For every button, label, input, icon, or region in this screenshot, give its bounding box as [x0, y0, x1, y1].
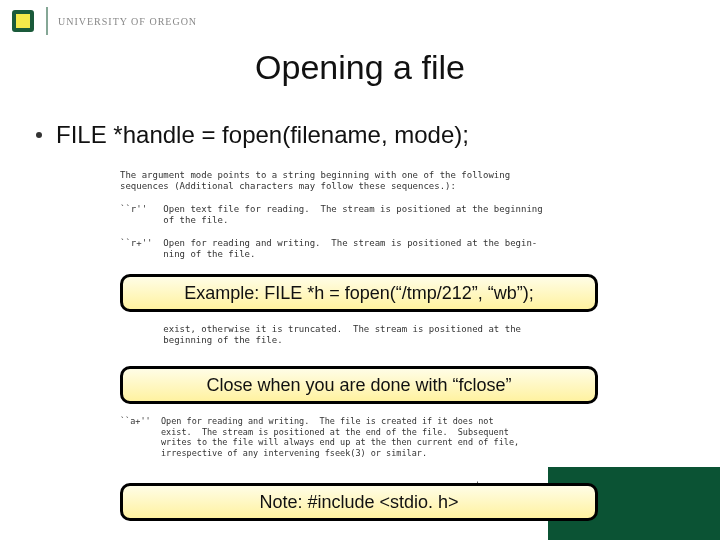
header-divider	[46, 7, 48, 35]
manpage-text-top: The argument mode points to a string beg…	[120, 170, 660, 260]
bullet-text: FILE *handle = fopen(filename, mode);	[56, 121, 469, 149]
callout-example-text: Example: FILE *h = fopen(“/tmp/212”, “wb…	[184, 283, 534, 304]
header: UNIVERSITY OF OREGON	[0, 0, 720, 42]
bullet-item: FILE *handle = fopen(filename, mode);	[36, 121, 720, 149]
callout-note-text: Note: #include <stdio. h>	[259, 492, 458, 513]
callout-close: Close when you are done with “fclose”	[120, 366, 598, 404]
bullet-icon	[36, 132, 42, 138]
callout-example: Example: FILE *h = fopen(“/tmp/212”, “wb…	[120, 274, 598, 312]
uo-logo	[8, 6, 38, 36]
university-name: UNIVERSITY OF OREGON	[58, 16, 197, 27]
callout-note: Note: #include <stdio. h>	[120, 483, 598, 521]
manpage-text-mid: exist, otherwise it is truncated. The st…	[120, 324, 660, 347]
page-title: Opening a file	[0, 48, 720, 87]
manpage-text-bottom: ``a+'' Open for reading and writing. The…	[120, 416, 660, 459]
uo-logo-o-icon	[12, 10, 34, 32]
callout-close-text: Close when you are done with “fclose”	[206, 375, 511, 396]
